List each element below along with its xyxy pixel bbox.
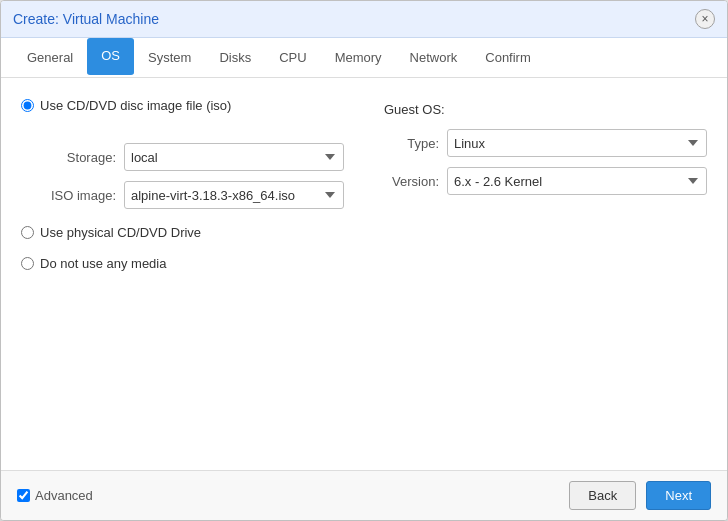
- version-label: Version:: [384, 174, 439, 189]
- type-label: Type:: [384, 136, 439, 151]
- dialog-title: Create: Virtual Machine: [13, 11, 159, 27]
- advanced-section: Advanced: [17, 488, 93, 503]
- iso-fields: Storage: local ISO image: alpine-virt-3.…: [21, 143, 344, 209]
- tab-os[interactable]: OS: [87, 38, 134, 75]
- create-vm-dialog: Create: Virtual Machine × General OS Sys…: [0, 0, 728, 521]
- guest-os-title: Guest OS:: [384, 102, 707, 117]
- iso-select[interactable]: alpine-virt-3.18.3-x86_64.iso: [124, 181, 344, 209]
- tab-cpu[interactable]: CPU: [265, 40, 320, 77]
- tab-memory[interactable]: Memory: [321, 40, 396, 77]
- use-iso-label: Use CD/DVD disc image file (iso): [40, 98, 231, 113]
- guest-os-section: Guest OS: Type: Linux Windows Other Vers…: [384, 102, 707, 271]
- storage-label: Storage:: [41, 150, 116, 165]
- no-media-radio[interactable]: [21, 257, 34, 270]
- os-section: Use CD/DVD disc image file (iso) Storage…: [21, 98, 707, 271]
- use-physical-option[interactable]: Use physical CD/DVD Drive: [21, 225, 344, 240]
- tab-network[interactable]: Network: [396, 40, 472, 77]
- title-bar: Create: Virtual Machine ×: [1, 1, 727, 38]
- close-button[interactable]: ×: [695, 9, 715, 29]
- use-physical-radio[interactable]: [21, 226, 34, 239]
- close-icon: ×: [701, 12, 708, 26]
- no-media-option[interactable]: Do not use any media: [21, 256, 344, 271]
- use-physical-label: Use physical CD/DVD Drive: [40, 225, 201, 240]
- no-media-label: Do not use any media: [40, 256, 166, 271]
- tab-confirm[interactable]: Confirm: [471, 40, 545, 77]
- use-iso-option[interactable]: Use CD/DVD disc image file (iso): [21, 98, 344, 113]
- use-iso-radio[interactable]: [21, 99, 34, 112]
- iso-row: ISO image: alpine-virt-3.18.3-x86_64.iso: [41, 181, 344, 209]
- advanced-label: Advanced: [35, 488, 93, 503]
- advanced-checkbox[interactable]: [17, 489, 30, 502]
- iso-label: ISO image:: [41, 188, 116, 203]
- media-options: Use CD/DVD disc image file (iso) Storage…: [21, 98, 344, 271]
- back-button[interactable]: Back: [569, 481, 636, 510]
- tab-system[interactable]: System: [134, 40, 205, 77]
- main-content: Use CD/DVD disc image file (iso) Storage…: [1, 78, 727, 470]
- type-row: Type: Linux Windows Other: [384, 129, 707, 157]
- media-radio-group: Use CD/DVD disc image file (iso) Storage…: [21, 98, 344, 271]
- tab-disks[interactable]: Disks: [205, 40, 265, 77]
- tab-bar: General OS System Disks CPU Memory Netwo…: [1, 38, 727, 78]
- tab-general[interactable]: General: [13, 40, 87, 77]
- version-select[interactable]: 6.x - 2.6 Kernel 5.x - 2.6 Kernel Other: [447, 167, 707, 195]
- storage-select[interactable]: local: [124, 143, 344, 171]
- type-select[interactable]: Linux Windows Other: [447, 129, 707, 157]
- version-row: Version: 6.x - 2.6 Kernel 5.x - 2.6 Kern…: [384, 167, 707, 195]
- next-button[interactable]: Next: [646, 481, 711, 510]
- storage-row: Storage: local: [41, 143, 344, 171]
- footer: Advanced Back Next: [1, 470, 727, 520]
